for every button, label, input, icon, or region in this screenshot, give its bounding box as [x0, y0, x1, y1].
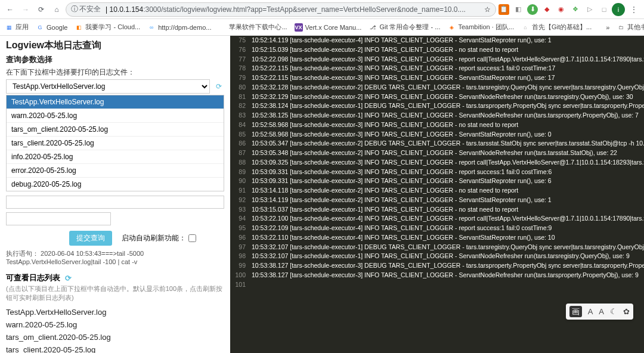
log-line: 8910:53:09.331 [tars-schedule-executor-3…: [230, 168, 644, 177]
file-select[interactable]: TestApp.VertxHelloServer.log: [6, 79, 210, 94]
log-line: 9110:53:14.118 [tars-schedule-executor-2…: [230, 186, 644, 196]
bookmark-item[interactable]: ◧我要学习 - Cloud...: [75, 23, 140, 32]
bookmark-item[interactable]: VXVert.x Core Manu...: [295, 23, 362, 32]
address-bar[interactable]: ⓘ 不安全 | 10.0.1.154:3000/static/logview/l…: [66, 2, 496, 17]
refresh-icon[interactable]: ⟳: [213, 81, 224, 92]
log-line: 8710:53:05.348 [tars-schedule-executor-2…: [230, 148, 644, 158]
reader-font-large[interactable]: A: [599, 306, 604, 318]
log-line: 7610:52:15.039 [tars-schedule-executor-2…: [230, 45, 644, 55]
profile-avatar[interactable]: i: [612, 3, 625, 16]
log-line: 10010:53:38.127 [tars-schedule-executor-…: [230, 271, 644, 280]
left-panel: Logview本地日志查询 查询参数选择 在下面下拉框中选择要打印的日志文件： …: [0, 36, 230, 353]
bookmark-item[interactable]: ◈Teambition · 团队...: [447, 23, 514, 32]
log-line: 9610:53:22.110 [tars-schedule-executor-4…: [230, 233, 644, 243]
file-hint: 在下面下拉框中选择要打印的日志文件：: [6, 67, 224, 78]
ext-icon[interactable]: ◧: [513, 4, 524, 15]
star-icon[interactable]: ☆: [484, 5, 491, 14]
reload-button[interactable]: ⟳: [35, 3, 48, 16]
reader-night-icon[interactable]: ☾: [610, 306, 617, 318]
bookmark-item[interactable]: ▦应用: [5, 23, 29, 32]
log-line: 8610:53:05.347 [tars-schedule-executor-2…: [230, 139, 644, 148]
log-line: 7510:52:14.119 [tars-schedule-executor-4…: [230, 36, 644, 45]
log-line: 7710:52:22.098 [tars-schedule-executor-3…: [230, 55, 644, 64]
log-line: 7810:52:22.115 [tars-schedule-executor-3…: [230, 64, 644, 73]
log-line: 8110:52:32.129 [tars-schedule-executor-2…: [230, 92, 644, 102]
log-list-item[interactable]: tars_om_client.2020-05-25.log: [6, 331, 224, 343]
log-line: 8410:52:58.968 [tars-schedule-executor-3…: [230, 120, 644, 130]
log-line: 8510:52:58.968 [tars-schedule-executor-3…: [230, 130, 644, 140]
bookmark-item[interactable]: ∞http://dpm-demo...: [147, 23, 211, 32]
file-option[interactable]: tars_client.2020-05-25.log: [7, 137, 224, 150]
filter-input-2[interactable]: [6, 212, 111, 225]
reader-font-small[interactable]: A: [588, 306, 593, 318]
log-list-item[interactable]: tars_client.2020-05-25.log: [6, 343, 224, 353]
show-more-bookmarks[interactable]: »: [606, 24, 609, 31]
reader-settings-icon[interactable]: ✿: [623, 306, 630, 318]
ext-icon[interactable]: ▷: [584, 4, 595, 15]
other-bookmarks[interactable]: 🗀其他书签: [617, 23, 644, 32]
log-list: TestApp.VertxHelloServer.logwarn.2020-05…: [6, 306, 224, 353]
log-line: 9510:53:22.109 [tars-schedule-executor-4…: [230, 224, 644, 233]
log-line: 8810:53:09.325 [tars-schedule-executor-3…: [230, 158, 644, 168]
forward-button[interactable]: →: [19, 3, 32, 16]
log-line: 9410:53:22.100 [tars-schedule-executor-4…: [230, 214, 644, 224]
log-line: 9310:53:15.037 [tars-schedule-executor-1…: [230, 205, 644, 215]
exec-statement: 执行语句： 2020-06-04 10:53:43===>tail -5000 …: [6, 249, 224, 265]
menu-button[interactable]: ⋮: [627, 3, 640, 16]
filter-input-1[interactable]: [6, 196, 224, 209]
log-line: 101: [230, 280, 644, 290]
ext-icon[interactable]: 📋: [499, 4, 509, 15]
file-option[interactable]: warn.2020-05-25.log: [7, 109, 224, 123]
log-line: 8210:52:38.124 [tars-schedule-executor-1…: [230, 101, 644, 111]
log-list-hint: (点击以下项目在上面下拉框中将自动选中。默认显示前100条，点击刷新按钮可实时刷…: [6, 284, 224, 302]
log-output[interactable]: 7510:52:14.119 [tars-schedule-executor-4…: [230, 36, 644, 353]
bookmarks-bar: ▦应用GGoogle◧我要学习 - Cloud...∞http://dpm-de…: [0, 19, 644, 36]
log-line: 9210:53:14.119 [tars-schedule-executor-2…: [230, 196, 644, 205]
refresh-list-icon[interactable]: ⟳: [63, 273, 73, 283]
browser-toolbar: ← → ⟳ ⌂ ⓘ 不安全 | 10.0.1.154:3000/static/l…: [0, 0, 644, 19]
log-list-title: 可查看日志列表 ⟳: [6, 273, 224, 283]
back-button[interactable]: ←: [4, 3, 17, 16]
ext-icon[interactable]: ❖: [570, 4, 581, 15]
submit-button[interactable]: 提交查询: [69, 231, 112, 246]
file-option[interactable]: debug.2020-05-25.log: [7, 178, 224, 191]
ext-icon[interactable]: □: [599, 4, 609, 15]
bookmark-item[interactable]: 苹果软件下载中心...: [218, 23, 287, 32]
log-line: 9710:53:32.107 [tars-schedule-executor-1…: [230, 243, 644, 252]
log-line: 9010:53:09.331 [tars-schedule-executor-3…: [230, 176, 644, 186]
log-line: 8310:52:38.125 [tars-schedule-executor-1…: [230, 111, 644, 120]
file-dropdown: TestApp.VertxHelloServer.logwarn.2020-05…: [6, 95, 224, 191]
log-list-item[interactable]: TestApp.VertxHelloServer.log: [6, 306, 224, 318]
auto-refresh-label[interactable]: 启动自动刷新功能：: [122, 233, 196, 243]
log-line: 9810:53:32.107 [tars-schedule-executor-1…: [230, 252, 644, 261]
page-title: Logview本地日志查询: [6, 39, 224, 52]
bookmark-item[interactable]: ⎇Git 常用命令整理 - ...: [369, 23, 440, 32]
reader-mode-bar: 画 A A ☾ ✿: [566, 304, 633, 320]
log-line: 9910:53:38.127 [tars-schedule-executor-3…: [230, 261, 644, 271]
bookmark-item[interactable]: GGoogle: [36, 23, 67, 32]
log-line: 7910:52:22.115 [tars-schedule-executor-3…: [230, 73, 644, 83]
bookmark-item[interactable]: ⌂首先【Git的基础】...: [521, 23, 592, 32]
file-option[interactable]: tars_om_client.2020-05-25.log: [7, 123, 224, 137]
reader-dark-button[interactable]: 画: [569, 306, 582, 318]
file-option[interactable]: TestApp.VertxHelloServer.log: [7, 95, 224, 109]
page-content: Logview本地日志查询 查询参数选择 在下面下拉框中选择要打印的日志文件： …: [0, 36, 644, 353]
auto-refresh-checkbox[interactable]: [188, 234, 196, 242]
log-line: 8010:52:32.128 [tars-schedule-executor-2…: [230, 83, 644, 92]
ext-icon[interactable]: ◆: [541, 4, 552, 15]
extension-area: 📋 ◧ ⬇ ◆ ◉ ❖ ▷ □: [499, 4, 609, 15]
file-option[interactable]: error.2020-05-25.log: [7, 164, 224, 178]
params-title: 查询参数选择: [6, 54, 224, 65]
ext-icon[interactable]: ⬇: [527, 4, 538, 15]
file-option[interactable]: info.2020-05-25.log: [7, 150, 224, 164]
log-list-item[interactable]: warn.2020-05-25.log: [6, 318, 224, 331]
url-text: 10.0.1.154:3000/static/logview/logview.h…: [109, 5, 484, 14]
home-button[interactable]: ⌂: [50, 3, 63, 16]
insecure-badge: ⓘ 不安全: [71, 4, 101, 14]
ext-icon[interactable]: ◉: [556, 4, 566, 15]
